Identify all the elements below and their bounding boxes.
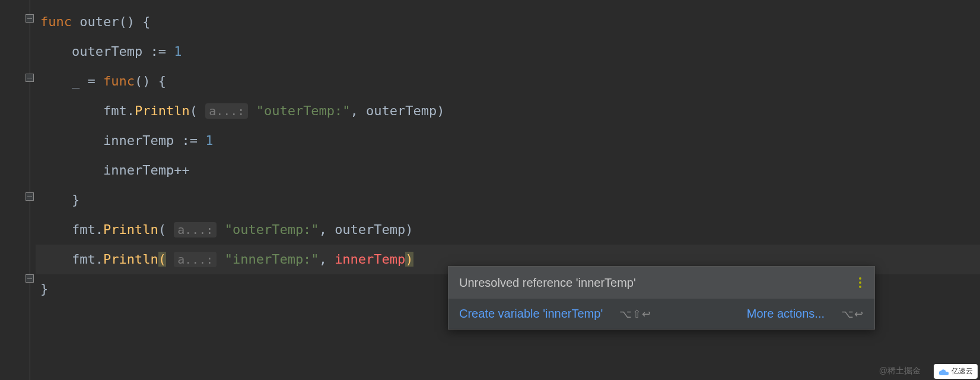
- match-paren: (: [158, 252, 166, 267]
- variable: innerTemp: [103, 133, 174, 148]
- gutter: [0, 0, 36, 380]
- code-line[interactable]: outerTemp := 1: [36, 37, 980, 66]
- code-line[interactable]: innerTemp++: [36, 156, 980, 185]
- comma: ,: [319, 222, 327, 237]
- code-line[interactable]: }: [36, 185, 980, 215]
- shortcut: ⌥↩: [841, 308, 864, 321]
- code-line[interactable]: fmt.Println( a...: "outerTemp:", outerTe…: [36, 96, 980, 126]
- create-variable-action[interactable]: Create variable 'innerTemp': [459, 307, 603, 321]
- variable: outerTemp: [72, 44, 142, 59]
- func-call: Println: [103, 252, 158, 267]
- operator: ++: [174, 163, 190, 178]
- error-identifier: innerTemp: [335, 252, 405, 267]
- comma: ,: [351, 103, 358, 118]
- func-name: outer: [79, 14, 119, 29]
- brace: () {: [119, 14, 150, 29]
- param-hint: a...:: [174, 252, 217, 267]
- fold-icon[interactable]: [26, 192, 34, 201]
- code-line[interactable]: fmt.Println( a...: "outerTemp:", outerTe…: [36, 215, 980, 245]
- number: 1: [205, 133, 213, 148]
- package: fmt: [72, 222, 96, 237]
- error-tooltip: Unresolved reference 'innerTemp' Create …: [448, 266, 875, 330]
- watermark-yisu: 亿速云: [934, 364, 978, 379]
- func-call: Println: [103, 222, 158, 237]
- shortcut: ⌥⇧↩: [619, 308, 651, 321]
- paren: ): [437, 103, 444, 118]
- string: "innerTemp:": [225, 252, 319, 267]
- func-call: Println: [135, 103, 190, 118]
- fold-icon[interactable]: [26, 74, 34, 82]
- cloud-icon: [938, 368, 949, 375]
- watermark-juejin: @稀土掘金: [879, 366, 921, 376]
- param-hint: a...:: [174, 222, 217, 238]
- operator: =: [87, 74, 95, 88]
- brace: }: [72, 192, 79, 207]
- more-icon[interactable]: [857, 275, 864, 290]
- argument: outerTemp: [335, 222, 405, 237]
- param-hint: a...:: [205, 103, 248, 119]
- string: "outerTemp:": [256, 103, 351, 118]
- code-line[interactable]: innerTemp := 1: [36, 126, 980, 156]
- package: fmt: [103, 103, 127, 118]
- match-paren: ): [405, 252, 413, 267]
- number: 1: [174, 44, 182, 59]
- string: "outerTemp:": [225, 222, 319, 237]
- argument: outerTemp: [366, 103, 437, 118]
- operator: :=: [150, 44, 166, 59]
- comma: ,: [319, 252, 327, 267]
- brace: }: [40, 281, 48, 296]
- blank-ident: _: [72, 74, 79, 88]
- keyword: func: [103, 74, 135, 88]
- code-line[interactable]: func outer() {: [36, 7, 980, 37]
- paren: ): [405, 222, 413, 237]
- tooltip-title: Unresolved reference 'innerTemp': [459, 276, 636, 290]
- variable: innerTemp: [103, 163, 174, 178]
- operator: :=: [182, 133, 198, 148]
- more-actions-link[interactable]: More actions...: [747, 307, 825, 321]
- fold-icon[interactable]: [26, 274, 34, 283]
- code-line[interactable]: _ = func() {: [36, 66, 980, 96]
- tooltip-actions: Create variable 'innerTemp' ⌥⇧↩ More act…: [448, 299, 874, 329]
- keyword: func: [40, 14, 72, 29]
- watermark-text: 亿速云: [952, 366, 973, 376]
- package: fmt: [72, 252, 96, 267]
- fold-icon[interactable]: [26, 14, 34, 23]
- brace: () {: [135, 74, 166, 88]
- tooltip-header: Unresolved reference 'innerTemp': [448, 267, 874, 299]
